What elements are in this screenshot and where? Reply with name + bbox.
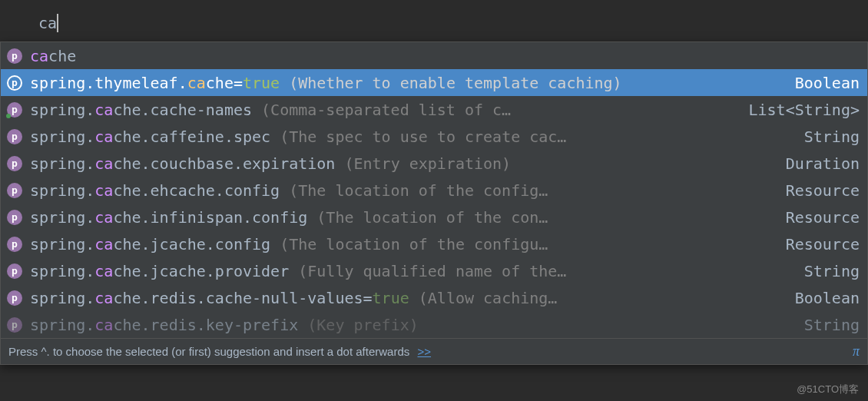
completion-type: List<String> (749, 101, 860, 119)
completion-text: spring.cache.redis.cache-null-values=tru… (30, 289, 786, 307)
completion-text: spring.cache.jcache.provider (Fully qual… (30, 262, 795, 280)
completion-item[interactable]: pspring.thymeleaf.cache=true (Whether to… (1, 69, 867, 96)
completion-item[interactable]: pspring.cache.ehcache.config (The locati… (1, 177, 867, 204)
completion-type: Resource (786, 235, 860, 254)
completion-item[interactable]: pspring.cache.infinispan.config (The loc… (1, 204, 867, 230)
completion-item[interactable]: pcache (1, 42, 867, 69)
completion-text: spring.cache.ehcache.config (The locatio… (30, 181, 777, 200)
completion-item[interactable]: pspring.cache.jcache.provider (Fully qua… (1, 257, 867, 284)
completion-text: spring.thymeleaf.cache=true (Whether to … (30, 74, 786, 92)
completion-item[interactable]: pspring.cache.redis.key-prefix (Key pref… (1, 311, 867, 338)
completion-type: String (804, 262, 860, 280)
completion-footer: Press ^. to choose the selected (or firs… (1, 338, 867, 364)
completion-text: spring.cache.cache-names (Comma-separate… (30, 101, 740, 119)
completion-item[interactable]: pspring.cache.couchbase.expiration (Entr… (1, 150, 867, 177)
pi-icon[interactable]: π (853, 343, 860, 360)
completion-text: spring.cache.redis.key-prefix (Key prefi… (30, 316, 795, 334)
footer-hint: Press ^. to choose the selected (or firs… (8, 345, 853, 358)
completion-text: spring.cache.infinispan.config (The loca… (30, 208, 777, 227)
completion-type: Boolean (795, 74, 860, 92)
completion-type: Boolean (795, 289, 860, 307)
completion-item[interactable]: pspring.cache.jcache.config (The locatio… (1, 230, 867, 257)
property-icon: p (7, 183, 22, 198)
completion-text: spring.cache.jcache.config (The location… (30, 235, 777, 254)
completion-text: cache (30, 47, 860, 65)
completion-type: String (804, 316, 860, 334)
property-icon: p (7, 75, 22, 91)
completion-list: pcachepspring.thymeleaf.cache=true (Whet… (1, 42, 867, 338)
property-icon: p (7, 237, 22, 252)
property-icon: p (7, 156, 22, 171)
property-icon: p (7, 102, 22, 118)
property-icon: p (7, 129, 22, 144)
completion-item[interactable]: pspring.cache.caffeine.spec (The spec to… (1, 123, 867, 150)
footer-more-link[interactable]: >> (417, 345, 431, 358)
footer-hint-text: Press ^. to choose the selected (or firs… (8, 345, 409, 358)
property-icon: p (7, 290, 22, 306)
text-cursor (57, 14, 58, 32)
property-icon: p (7, 263, 22, 279)
property-icon: p (7, 48, 22, 64)
completion-item[interactable]: pspring.cache.cache-names (Comma-separat… (1, 96, 867, 123)
property-icon: p (7, 317, 22, 333)
typed-text: ca (38, 14, 57, 32)
completion-popup: pcachepspring.thymeleaf.cache=true (Whet… (0, 41, 868, 365)
completion-type: Duration (786, 154, 860, 173)
indicator-dot-icon (6, 114, 11, 118)
completion-type: Resource (786, 181, 860, 200)
property-icon: p (7, 210, 22, 225)
completion-text: spring.cache.caffeine.spec (The spec to … (30, 128, 795, 146)
watermark: @51CTO博客 (797, 383, 859, 396)
editor-area: ca pcachepspring.thymeleaf.cache=true (W… (0, 0, 868, 365)
completion-type: String (804, 128, 860, 146)
completion-type: Resource (786, 208, 860, 227)
completion-text: spring.cache.couchbase.expiration (Entry… (30, 154, 777, 173)
completion-item[interactable]: pspring.cache.redis.cache-null-values=tr… (1, 284, 867, 311)
input-line[interactable]: ca (0, 8, 868, 38)
